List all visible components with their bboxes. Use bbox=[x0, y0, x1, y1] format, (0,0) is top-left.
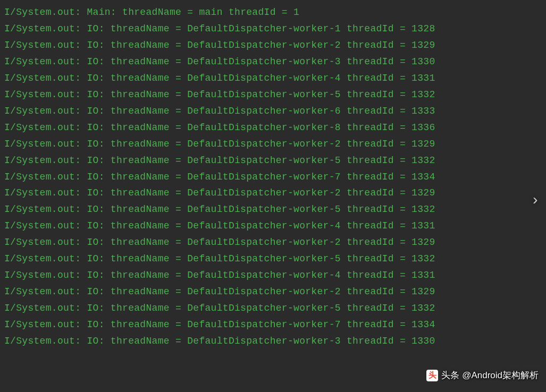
thread-id-label: threadId = bbox=[347, 139, 406, 149]
thread-id-label: threadId = bbox=[347, 155, 406, 166]
thread-id-value: 1332 bbox=[411, 303, 435, 313]
log-prefix: I/System.out: bbox=[4, 336, 81, 346]
log-line[interactable]: I/System.out: IO: threadName = DefaultDi… bbox=[4, 218, 542, 234]
thread-name-value: DefaultDispatcher-worker-2 bbox=[187, 139, 341, 149]
log-line[interactable]: I/System.out: IO: threadName = DefaultDi… bbox=[4, 317, 542, 333]
log-line[interactable]: I/System.out: IO: threadName = DefaultDi… bbox=[4, 54, 542, 70]
log-line[interactable]: I/System.out: IO: threadName = DefaultDi… bbox=[4, 136, 542, 152]
thread-name-label: threadName = bbox=[111, 336, 181, 346]
log-prefix: I/System.out: bbox=[4, 155, 81, 166]
log-line[interactable]: I/System.out: IO: threadName = DefaultDi… bbox=[4, 21, 542, 37]
thread-id-value: 1332 bbox=[411, 204, 435, 215]
thread-name-value: DefaultDispatcher-worker-2 bbox=[187, 237, 341, 248]
log-dispatcher: IO: bbox=[87, 237, 104, 248]
thread-name-value: DefaultDispatcher-worker-3 bbox=[187, 336, 341, 346]
log-dispatcher: IO: bbox=[87, 40, 104, 50]
thread-name-value: DefaultDispatcher-worker-2 bbox=[187, 188, 341, 198]
thread-name-label: threadName = bbox=[111, 220, 181, 231]
thread-id-label: threadId = bbox=[347, 237, 406, 248]
thread-id-value: 1334 bbox=[411, 319, 435, 330]
log-line[interactable]: I/System.out: IO: threadName = DefaultDi… bbox=[4, 103, 542, 120]
thread-name-value: DefaultDispatcher-worker-4 bbox=[187, 270, 341, 280]
log-dispatcher: IO: bbox=[87, 172, 104, 182]
thread-id-value: 1329 bbox=[411, 237, 435, 248]
thread-id-value: 1331 bbox=[411, 73, 435, 83]
thread-name-value: DefaultDispatcher-worker-3 bbox=[187, 56, 341, 67]
log-dispatcher: IO: bbox=[87, 220, 104, 231]
thread-id-value: 1329 bbox=[411, 139, 435, 149]
thread-id-value: 1332 bbox=[411, 89, 435, 100]
log-dispatcher: IO: bbox=[87, 106, 104, 116]
thread-id-value: 1331 bbox=[411, 220, 435, 231]
thread-name-value: DefaultDispatcher-worker-2 bbox=[187, 286, 341, 297]
thread-id-label: threadId = bbox=[347, 303, 406, 313]
log-line[interactable]: I/System.out: IO: threadName = DefaultDi… bbox=[4, 169, 542, 185]
thread-id-value: 1330 bbox=[411, 56, 435, 67]
thread-name-value: main bbox=[199, 7, 222, 18]
log-line[interactable]: I/System.out: IO: threadName = DefaultDi… bbox=[4, 234, 542, 251]
log-dispatcher: IO: bbox=[87, 319, 104, 330]
log-dispatcher: IO: bbox=[87, 270, 104, 280]
thread-id-label: threadId = bbox=[347, 188, 406, 198]
thread-name-label: threadName = bbox=[111, 237, 181, 248]
thread-name-label: threadName = bbox=[111, 139, 181, 149]
log-line[interactable]: I/System.out: IO: threadName = DefaultDi… bbox=[4, 152, 542, 169]
thread-name-label: threadName = bbox=[111, 23, 181, 34]
thread-name-value: DefaultDispatcher-worker-5 bbox=[187, 155, 341, 166]
thread-name-label: threadName = bbox=[111, 155, 181, 166]
watermark: 头 头条 @Android架构解析 bbox=[426, 369, 539, 381]
thread-id-label: threadId = bbox=[347, 319, 406, 330]
thread-id-label: threadId = bbox=[347, 270, 406, 280]
log-line[interactable]: I/System.out: IO: threadName = DefaultDi… bbox=[4, 251, 542, 267]
log-prefix: I/System.out: bbox=[4, 73, 81, 83]
thread-name-label: threadName = bbox=[111, 73, 181, 83]
thread-name-value: DefaultDispatcher-worker-7 bbox=[187, 319, 341, 330]
thread-name-label: threadName = bbox=[111, 172, 181, 182]
thread-name-label: threadName = bbox=[111, 319, 181, 330]
thread-name-label: threadName = bbox=[111, 122, 181, 133]
log-dispatcher: IO: bbox=[87, 73, 104, 83]
thread-name-label: threadName = bbox=[111, 286, 181, 297]
log-line[interactable]: I/System.out: IO: threadName = DefaultDi… bbox=[4, 87, 542, 103]
thread-id-label: threadId = bbox=[229, 7, 288, 18]
thread-name-label: threadName = bbox=[111, 40, 181, 50]
thread-id-label: threadId = bbox=[347, 56, 406, 67]
log-dispatcher: IO: bbox=[87, 23, 104, 34]
thread-id-value: 1329 bbox=[411, 286, 435, 297]
thread-name-label: threadName = bbox=[111, 89, 181, 100]
thread-name-label: threadName = bbox=[111, 303, 181, 313]
log-prefix: I/System.out: bbox=[4, 220, 81, 231]
next-image-arrow-icon[interactable]: › bbox=[531, 192, 540, 209]
log-dispatcher: IO: bbox=[87, 122, 104, 133]
thread-name-label: threadName = bbox=[111, 204, 181, 215]
log-dispatcher: IO: bbox=[87, 56, 104, 67]
log-line[interactable]: I/System.out: IO: threadName = DefaultDi… bbox=[4, 37, 542, 54]
thread-name-value: DefaultDispatcher-worker-5 bbox=[187, 89, 341, 100]
thread-id-label: threadId = bbox=[347, 220, 406, 231]
log-line[interactable]: I/System.out: IO: threadName = DefaultDi… bbox=[4, 201, 542, 218]
thread-name-value: DefaultDispatcher-worker-5 bbox=[187, 253, 341, 264]
thread-name-label: threadName = bbox=[111, 56, 181, 67]
thread-id-value: 1332 bbox=[411, 155, 435, 166]
log-line[interactable]: I/System.out: IO: threadName = DefaultDi… bbox=[4, 284, 542, 300]
log-dispatcher: IO: bbox=[87, 89, 104, 100]
log-prefix: I/System.out: bbox=[4, 122, 81, 133]
log-prefix: I/System.out: bbox=[4, 319, 81, 330]
thread-name-value: DefaultDispatcher-worker-5 bbox=[187, 204, 341, 215]
thread-name-label: threadName = bbox=[111, 270, 181, 280]
thread-id-value: 1328 bbox=[411, 23, 435, 34]
log-line[interactable]: I/System.out: IO: threadName = DefaultDi… bbox=[4, 185, 542, 201]
log-line[interactable]: I/System.out: IO: threadName = DefaultDi… bbox=[4, 120, 542, 136]
log-line[interactable]: I/System.out: IO: threadName = DefaultDi… bbox=[4, 267, 542, 284]
log-line[interactable]: I/System.out: IO: threadName = DefaultDi… bbox=[4, 333, 542, 350]
thread-id-label: threadId = bbox=[347, 89, 406, 100]
log-line[interactable]: I/System.out: Main: threadName = main th… bbox=[4, 4, 542, 21]
thread-name-label: threadName = bbox=[111, 253, 181, 264]
thread-id-label: threadId = bbox=[347, 336, 406, 346]
thread-name-label: threadName = bbox=[111, 188, 181, 198]
watermark-logo-icon: 头 bbox=[426, 370, 438, 381]
thread-id-label: threadId = bbox=[347, 286, 406, 297]
log-line[interactable]: I/System.out: IO: threadName = DefaultDi… bbox=[4, 70, 542, 87]
log-line[interactable]: I/System.out: IO: threadName = DefaultDi… bbox=[4, 300, 542, 317]
thread-id-label: threadId = bbox=[347, 172, 406, 182]
